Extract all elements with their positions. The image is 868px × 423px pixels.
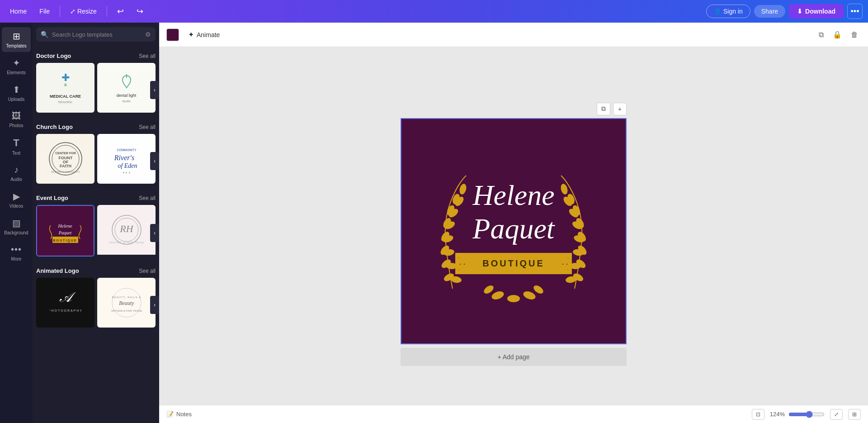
name-text: Helene Paquet [472,179,554,245]
svg-text:RH: RH [119,223,133,234]
sidebar-item-photos[interactable]: 🖼 Photos [2,107,31,132]
church-section-title: Church Logo [36,124,73,130]
boutique-text: BOUTIQUE [482,258,545,269]
doctor-section-header: Doctor Logo See all [36,50,156,63]
rivers-logo-svg: COMMUNITY River's of Eden ✦ ✦ ✦ [108,138,145,179]
copy-canvas-button[interactable]: ⧉ [597,103,610,115]
sidebar-icons: ⊞ Templates ✦ Elements ⬆ Uploads 🖼 Photo… [0,23,33,423]
zoom-controls: 124% [770,411,825,418]
photography-logo-svg: 𝒜 PHOTOGRAPHY [50,285,81,321]
boutique-banner: ⬩ ⬩ ⬩ ⬩ BOUTIQUE [455,253,572,274]
sidebar-item-more[interactable]: ••• More [2,241,31,265]
audio-icon: ♪ [14,165,19,175]
uploads-icon: ⬆ [13,84,20,95]
more-options-button[interactable]: ••• [847,4,863,19]
svg-text:BOUTIQUE: BOUTIQUE [53,239,77,242]
rivers-eden-card[interactable]: COMMUNITY River's of Eden ✦ ✦ ✦ [97,134,156,184]
animate-button[interactable]: ✦ Animate [184,28,223,42]
animated-template-grid: 𝒜 PHOTOGRAPHY BEAUTY, NAILS & Beauty ART… [36,278,156,332]
fount-of-faith-card[interactable]: CENTER FOR FOUNT OF FAITH WORSHIP & SPIR… [36,134,94,184]
svg-text:CENTER FOR: CENTER FOR [55,152,76,155]
fit-to-screen-button[interactable]: ⤢ [830,409,843,420]
notes-button[interactable]: 📝 Notes [166,411,192,418]
church-scroll-arrow[interactable]: › [150,152,159,170]
fullscreen-button[interactable]: ⊞ [848,409,861,420]
main-canvas[interactable]: Helene Paquet ⬩ ⬩ ⬩ ⬩ BOUTIQUE [401,118,627,344]
resize-button[interactable]: ⤢ Resize [66,5,101,18]
sign-in-button[interactable]: 👤 Sign in [706,5,750,18]
medical-care-card[interactable]: ✚ ⛯ MEDICAL CARE femoclinic [36,63,94,113]
color-swatch[interactable] [166,29,179,41]
canvas-text-area: Helene Paquet ⬩ ⬩ ⬩ ⬩ BOUTIQUE [455,179,572,274]
sidebar-item-uploads[interactable]: ⬆ Uploads [2,81,31,105]
download-icon: ⬇ [797,8,802,15]
file-button[interactable]: File [35,5,54,18]
copy-position-button[interactable]: ⧉ [816,28,826,42]
home-button[interactable]: Home [5,5,31,18]
animate-icon: ✦ [188,30,194,39]
church-see-all-button[interactable]: See all [139,124,156,130]
svg-text:Helene: Helene [57,223,72,228]
helene-paquet-thumb-card[interactable]: Helene Paquet BOUTIQUE [36,205,94,257]
notes-bar: 📝 Notes ⊡ 124% ⤢ ⊞ [159,405,868,423]
sidebar-item-videos[interactable]: ▶ Videos [2,187,31,212]
delete-button[interactable]: 🗑 [848,28,861,42]
search-input[interactable] [52,31,142,38]
faith-logo-svg: CENTER FOR FOUNT OF FAITH WORSHIP & SPIR… [47,138,84,179]
background-icon: ▨ [12,218,21,228]
svg-text:Beauty: Beauty [119,300,134,306]
helene-thumb-svg: Helene Paquet BOUTIQUE [46,209,85,252]
add-page-bar[interactable]: + Add page [401,348,627,366]
user-icon: 👤 [714,8,723,15]
redo-button[interactable]: ↪ [132,4,148,19]
text-icon: T [13,137,19,149]
elements-icon: ✦ [13,57,20,68]
animated-section-title: Animated Logo [36,267,79,274]
event-scroll-arrow[interactable]: › [150,224,159,242]
canvas-top-controls: ⧉ + [597,103,627,115]
sidebar-item-audio[interactable]: ♪ Audio [2,161,31,185]
animated-section-header: Animated Logo See all [36,265,156,278]
animated-scroll-arrow[interactable]: › [150,296,159,314]
animated-see-all-button[interactable]: See all [139,268,156,274]
svg-text:FAITH: FAITH [60,164,71,168]
zoom-slider[interactable] [788,411,825,418]
doctor-template-grid: ✚ ⛯ MEDICAL CARE femoclinic dent [36,63,156,117]
filter-icon[interactable]: ⚙ [145,31,151,38]
svg-point-58 [491,290,505,301]
church-section-header: Church Logo See all [36,121,156,134]
event-logo-section: Event Logo See all Helene Paquet B [33,188,159,261]
show-pages-button[interactable]: ⊡ [752,409,764,420]
photography-card[interactable]: 𝒜 PHOTOGRAPHY [36,278,94,328]
sidebar-item-text[interactable]: T Text [2,133,31,159]
undo-button[interactable]: ↩ [113,4,128,19]
sidebar-item-templates[interactable]: ⊞ Templates [2,27,31,52]
beauty-card[interactable]: BEAUTY, NAILS & Beauty ARTISAN & FAIR TR… [97,278,156,328]
doctor-section-title: Doctor Logo [36,52,71,59]
doctor-logo-section: Doctor Logo See all ✚ ⛯ MEDICAL CARE fem… [33,46,159,117]
download-button[interactable]: ⬇ Download [789,4,844,19]
templates-icon: ⊞ [13,31,20,42]
doctor-see-all-button[interactable]: See all [139,53,156,59]
main-layout: ⊞ Templates ✦ Elements ⬆ Uploads 🖼 Photo… [0,23,868,423]
zoom-level: 124% [770,411,785,418]
sidebar-item-background[interactable]: ▨ Background [2,214,31,239]
canvas-wrapper: ⧉ + [159,47,868,423]
add-element-button[interactable]: + [613,103,627,115]
svg-point-60 [522,290,537,301]
lock-button[interactable]: 🔒 [830,28,844,42]
event-section-title: Event Logo [36,195,68,201]
doctor-scroll-arrow[interactable]: › [150,81,159,99]
event-see-all-button[interactable]: See all [139,195,156,201]
rh-logo-card[interactable]: RH ORGANIC & FAIR TRADE [97,205,156,257]
svg-text:✦ ✦ ✦: ✦ ✦ ✦ [122,171,130,174]
search-bar: 🔍 ⚙ [36,27,156,42]
dental-light-card[interactable]: dental light studio [97,63,156,113]
share-button[interactable]: Share [754,5,785,18]
top-navigation: Home File ⤢ Resize ↩ ↪ 👤 Sign in Share ⬇… [0,0,868,23]
resize-icon: ⤢ [70,8,75,15]
nav-divider [60,6,60,17]
svg-text:⛯: ⛯ [63,82,68,87]
sidebar-item-elements[interactable]: ✦ Elements [2,54,31,79]
svg-text:Paquet: Paquet [58,230,72,235]
